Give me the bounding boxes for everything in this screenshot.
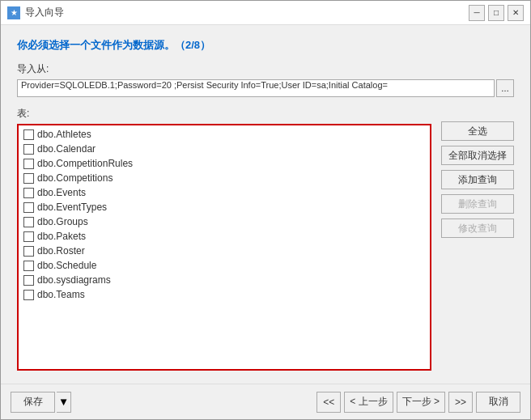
select-all-button[interactable]: 全选 <box>441 121 514 141</box>
table-row[interactable]: dbo.EventTypes <box>20 200 428 214</box>
minimize-button[interactable]: ─ <box>469 5 485 21</box>
table-checkbox[interactable] <box>23 129 34 140</box>
title-bar: ★ 导入向导 ─ □ ✕ <box>1 1 530 25</box>
nav-first-button[interactable]: << <box>316 392 341 413</box>
table-item-label: dbo.EventTypes <box>37 202 107 213</box>
footer-nav: << < 上一步 下一步 > >> 取消 <box>316 392 520 413</box>
table-item-label: dbo.Teams <box>37 289 85 300</box>
main-area: 表: dbo.Athletesdbo.Calendardbo.Competiti… <box>17 107 514 371</box>
table-row[interactable]: dbo.Roster <box>20 244 428 258</box>
table-checkbox[interactable] <box>23 231 34 242</box>
table-item-label: dbo.Schedule <box>37 260 96 271</box>
import-wizard-window: ★ 导入向导 ─ □ ✕ 你必须选择一个文件作为数据源。（2/8） 导入从: P… <box>0 0 531 420</box>
header-message: 你必须选择一个文件作为数据源。（2/8） <box>17 38 514 53</box>
table-label: 表: <box>17 107 431 121</box>
window-icon: ★ <box>7 6 20 19</box>
save-button[interactable]: 保存 <box>11 392 55 413</box>
table-row[interactable]: dbo.Teams <box>20 287 428 302</box>
window-title: 导入向导 <box>25 6 64 19</box>
table-section: 表: dbo.Athletesdbo.Calendardbo.Competiti… <box>17 107 431 371</box>
table-checkbox[interactable] <box>23 246 34 257</box>
table-row[interactable]: dbo.sysdiagrams <box>20 273 428 287</box>
table-checkbox[interactable] <box>23 261 34 271</box>
table-item-label: dbo.Calendar <box>37 143 96 155</box>
right-buttons: 全选 全部取消选择 添加查询 删除查询 修改查询 <box>441 107 514 371</box>
dropdown-arrow-icon: ▼ <box>58 396 69 408</box>
table-checkbox[interactable] <box>23 188 34 198</box>
maximize-button[interactable]: □ <box>488 5 504 21</box>
table-item-label: dbo.Competitions <box>37 172 113 184</box>
table-row[interactable]: dbo.Events <box>20 185 428 200</box>
table-checkbox[interactable] <box>23 290 34 300</box>
table-item-label: dbo.Roster <box>37 245 85 257</box>
browse-button[interactable]: … <box>496 79 514 97</box>
title-bar-controls: ─ □ ✕ <box>469 5 524 21</box>
nav-next-button[interactable]: 下一步 > <box>397 392 445 413</box>
cancel-button[interactable]: 取消 <box>476 392 520 413</box>
import-from-value: Provider=SQLOLEDB.1;Password=20 ;Persist… <box>17 79 495 97</box>
table-checkbox[interactable] <box>23 202 34 213</box>
import-from-label: 导入从: <box>17 62 514 76</box>
table-list[interactable]: dbo.Athletesdbo.Calendardbo.CompetitionR… <box>17 124 431 371</box>
table-row[interactable]: dbo.CompetitionRules <box>20 156 428 171</box>
modify-query-button[interactable]: 修改查询 <box>441 218 514 238</box>
save-dropdown-button[interactable]: ▼ <box>57 392 71 413</box>
table-item-label: dbo.sysdiagrams <box>37 274 111 286</box>
table-row[interactable]: dbo.Schedule <box>20 258 428 273</box>
table-item-label: dbo.Pakets <box>37 231 86 242</box>
nav-prev-button[interactable]: < 上一步 <box>344 392 393 413</box>
footer-left: 保存 ▼ <box>11 392 71 413</box>
table-checkbox[interactable] <box>23 144 34 155</box>
table-item-label: dbo.CompetitionRules <box>37 158 133 169</box>
close-button[interactable]: ✕ <box>508 5 524 21</box>
table-row[interactable]: dbo.Athletes <box>20 127 428 142</box>
table-row[interactable]: dbo.Calendar <box>20 142 428 156</box>
table-item-label: dbo.Athletes <box>37 129 91 140</box>
title-bar-left: ★ 导入向导 <box>7 6 64 19</box>
nav-last-button[interactable]: >> <box>448 392 473 413</box>
table-row[interactable]: dbo.Competitions <box>20 171 428 185</box>
table-row[interactable]: dbo.Groups <box>20 214 428 229</box>
add-query-button[interactable]: 添加查询 <box>441 170 514 189</box>
import-from-input-row: Provider=SQLOLEDB.1;Password=20 ;Persist… <box>17 79 514 97</box>
import-from-section: 导入从: Provider=SQLOLEDB.1;Password=20 ;Pe… <box>17 62 514 97</box>
footer: 保存 ▼ << < 上一步 下一步 > >> 取消 <box>1 384 530 419</box>
table-checkbox[interactable] <box>23 275 34 286</box>
table-item-label: dbo.Events <box>37 187 86 198</box>
delete-query-button[interactable]: 删除查询 <box>441 194 514 214</box>
table-row[interactable]: dbo.Pakets <box>20 229 428 244</box>
content-area: 你必须选择一个文件作为数据源。（2/8） 导入从: Provider=SQLOL… <box>1 25 530 384</box>
table-checkbox[interactable] <box>23 173 34 184</box>
table-checkbox[interactable] <box>23 217 34 227</box>
table-checkbox[interactable] <box>23 159 34 169</box>
deselect-all-button[interactable]: 全部取消选择 <box>441 146 514 165</box>
table-item-label: dbo.Groups <box>37 216 88 227</box>
